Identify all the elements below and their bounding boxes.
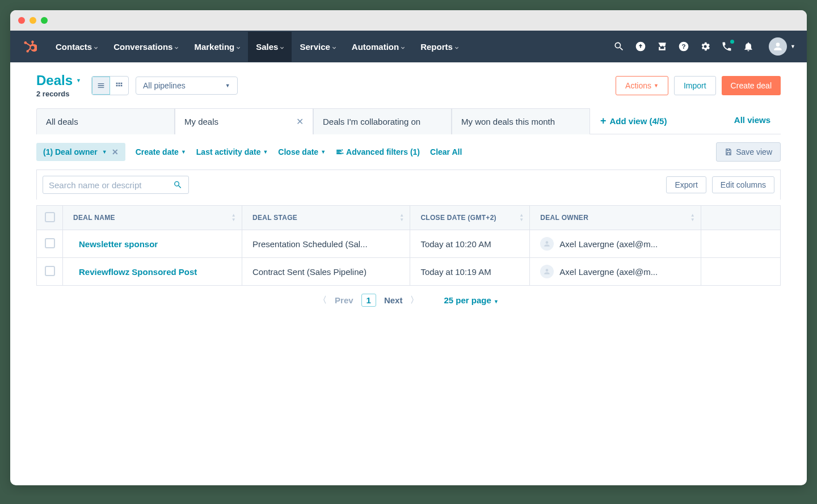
object-switcher[interactable]: Deals ▼ <box>36 73 81 88</box>
edit-columns-button[interactable]: Edit columns <box>712 176 774 193</box>
calling-icon[interactable] <box>721 41 732 52</box>
chevron-down-icon: ▼ <box>494 299 499 304</box>
import-button[interactable]: Import <box>674 76 716 95</box>
tab-my-deals[interactable]: My deals✕ <box>175 108 313 134</box>
tab-deals-i-m-collaborating-on[interactable]: Deals I'm collaborating on <box>313 108 452 134</box>
current-page[interactable]: 1 <box>361 294 376 307</box>
view-toggle <box>91 76 129 95</box>
sort-icon: ▲▼ <box>231 213 236 222</box>
sliders-icon <box>336 148 344 156</box>
filter-close-date[interactable]: Close date ▼ <box>278 147 326 156</box>
add-view-button[interactable]: + Add view (4/5) <box>590 108 677 134</box>
account-menu[interactable]: ▼ <box>769 37 795 56</box>
column-header-stage[interactable]: DEAL STAGE▲▼ <box>242 206 410 230</box>
chevron-down-icon: ▼ <box>790 44 795 49</box>
chevron-down-icon: ⌵ <box>94 44 98 50</box>
column-header-name[interactable]: DEAL NAME▲▼ <box>63 206 242 230</box>
filter-pill-deal-owner[interactable]: (1) Deal owner ▼ ✕ <box>36 143 125 161</box>
marketplace-icon[interactable] <box>656 41 668 52</box>
table-row: Newsletter sponsorPresentation Scheduled… <box>37 230 781 258</box>
chevron-down-icon: ▼ <box>76 78 81 83</box>
sort-icon: ▲▼ <box>690 213 695 222</box>
select-all-header <box>37 206 63 230</box>
help-icon[interactable]: ? <box>678 41 689 52</box>
user-avatar-icon <box>540 265 554 278</box>
pipeline-select-value: All pipelines <box>143 81 186 90</box>
clear-all-filters[interactable]: Clear All <box>430 147 462 156</box>
remove-filter-icon[interactable]: ✕ <box>112 147 119 156</box>
user-avatar-icon <box>540 237 554 251</box>
next-page-button[interactable]: Next <box>384 295 403 305</box>
tab-all-deals[interactable]: All deals <box>36 108 175 134</box>
minimize-window-icon[interactable] <box>30 17 36 24</box>
nav-right: ? ▼ <box>613 37 795 56</box>
nav-item-contacts[interactable]: Contacts⌵ <box>48 32 106 62</box>
chevron-down-icon: ▼ <box>654 83 659 88</box>
nav-item-sales[interactable]: Sales⌵ <box>248 32 292 62</box>
create-deal-button[interactable]: Create deal <box>722 76 781 95</box>
chevron-down-icon: ⌵ <box>280 44 284 50</box>
pagination: 〈 Prev 1 Next 〉 25 per page ▼ <box>36 286 781 315</box>
svg-text:?: ? <box>682 43 686 50</box>
avatar-icon <box>769 37 787 56</box>
tab-my-won-deals-this-month[interactable]: My won deals this month <box>452 108 590 134</box>
board-view-button[interactable] <box>110 77 128 95</box>
chevron-down-icon: ▼ <box>321 149 326 155</box>
chevron-down-icon: ⌵ <box>455 44 458 50</box>
chevron-down-icon: ⌵ <box>237 44 240 50</box>
search-icon[interactable] <box>613 41 625 52</box>
pipeline-select[interactable]: All pipelines ▼ <box>136 77 238 95</box>
deal-name-link[interactable]: Reviewflowz Sponsored Post <box>73 267 197 277</box>
search-input[interactable] <box>49 180 173 190</box>
next-page-chevron[interactable]: 〉 <box>410 295 419 306</box>
prev-page-chevron[interactable]: 〈 <box>318 295 327 306</box>
chevron-down-icon: ▼ <box>102 149 107 155</box>
prev-page-button[interactable]: Prev <box>335 295 353 305</box>
nav-items: Contacts⌵Conversations⌵Marketing⌵Sales⌵S… <box>48 32 466 62</box>
actions-button[interactable]: Actions▼ <box>616 76 668 95</box>
view-tabs: All dealsMy deals✕Deals I'm collaboratin… <box>36 108 781 134</box>
hubspot-logo-icon[interactable] <box>22 39 37 54</box>
cell-empty <box>701 230 781 258</box>
filter-last-activity-date[interactable]: Last activity date ▼ <box>196 147 268 156</box>
select-all-checkbox[interactable] <box>45 212 55 222</box>
deals-table: DEAL NAME▲▼ DEAL STAGE▲▼ CLOSE DATE (GMT… <box>36 205 781 286</box>
deal-name-link[interactable]: Newsletter sponsor <box>73 239 158 249</box>
filter-create-date[interactable]: Create date ▼ <box>136 147 186 156</box>
advanced-filters-button[interactable]: Advanced filters (1) <box>336 147 420 156</box>
nav-item-conversations[interactable]: Conversations⌵ <box>106 32 186 62</box>
nav-item-reports[interactable]: Reports⌵ <box>412 32 466 62</box>
chevron-down-icon: ▼ <box>181 149 186 155</box>
column-header-owner[interactable]: DEAL OWNER▲▼ <box>530 206 701 230</box>
chevron-down-icon: ▼ <box>225 83 230 88</box>
list-view-button[interactable] <box>92 77 110 95</box>
search-icon[interactable] <box>173 180 183 190</box>
page-title: Deals <box>36 73 73 88</box>
filters-bar: (1) Deal owner ▼ ✕ Create date ▼Last act… <box>36 134 781 170</box>
nav-item-marketing[interactable]: Marketing⌵ <box>186 32 248 62</box>
tab-close-icon[interactable]: ✕ <box>296 116 304 127</box>
plus-icon: + <box>600 115 607 127</box>
row-checkbox[interactable] <box>45 266 55 276</box>
save-view-button[interactable]: Save view <box>716 142 781 162</box>
sort-icon: ▲▼ <box>399 213 404 222</box>
row-checkbox[interactable] <box>45 238 55 248</box>
upgrade-icon[interactable] <box>635 41 646 52</box>
column-header-close-date[interactable]: CLOSE DATE (GMT+2)▲▼ <box>410 206 530 230</box>
export-button[interactable]: Export <box>666 176 706 193</box>
main-content: Deals ▼ 2 records All pipelines ▼ Action… <box>10 62 807 315</box>
nav-item-service[interactable]: Service⌵ <box>292 32 343 62</box>
notifications-icon[interactable] <box>743 41 754 52</box>
page-header: Deals ▼ 2 records All pipelines ▼ Action… <box>36 73 781 98</box>
close-window-icon[interactable] <box>18 17 25 24</box>
all-views-link[interactable]: All views <box>724 108 781 134</box>
per-page-select[interactable]: 25 per page ▼ <box>444 295 498 305</box>
column-header-empty <box>701 206 781 230</box>
settings-icon[interactable] <box>700 41 711 52</box>
toolbar-row: Export Edit columns <box>36 170 781 200</box>
top-nav: Contacts⌵Conversations⌵Marketing⌵Sales⌵S… <box>10 31 807 62</box>
table-row: Reviewflowz Sponsored PostContract Sent … <box>37 258 781 286</box>
chevron-down-icon: ⌵ <box>401 44 405 50</box>
maximize-window-icon[interactable] <box>41 17 48 24</box>
nav-item-automation[interactable]: Automation⌵ <box>344 32 412 62</box>
